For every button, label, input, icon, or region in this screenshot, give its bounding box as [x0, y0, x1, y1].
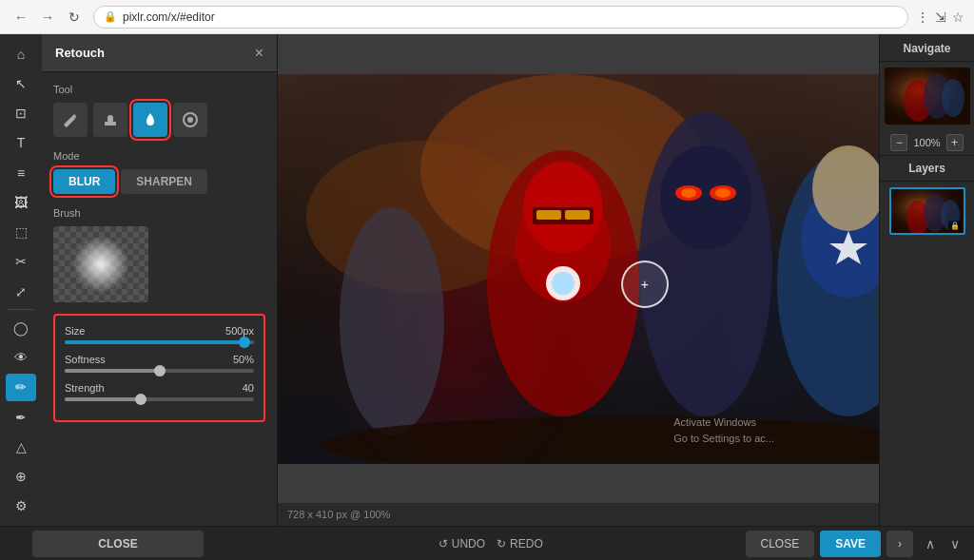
nav-down-btn[interactable]: ∨ [944, 531, 966, 557]
canvas-status-text: 728 x 410 px @ 100% [287, 509, 390, 520]
size-label: Size [65, 325, 85, 337]
canvas-image[interactable]: + [278, 74, 879, 464]
url-text: pixlr.com/x/#editor [123, 10, 215, 24]
softness-slider-row: Softness 50% [65, 354, 254, 373]
sharpen-mode-btn[interactable]: SHARPEN [121, 169, 207, 194]
tool-cut[interactable]: ✂ [6, 248, 36, 276]
tool-eye[interactable]: 👁 [6, 343, 36, 371]
tool-globe[interactable]: ⊕ [6, 462, 36, 490]
right-panel: Navigate − 100% + Layers [879, 34, 974, 526]
layer-thumbnail[interactable]: 🔒 [889, 187, 965, 235]
size-thumb[interactable] [239, 337, 250, 348]
redo-icon: ↻ [497, 537, 506, 550]
undo-btn[interactable]: ↺ UNDO [438, 537, 485, 550]
tool-settings[interactable]: ⚙ [6, 492, 36, 520]
softness-thumb[interactable] [154, 365, 166, 377]
browser-menu-btn[interactable]: ⋮ [916, 10, 929, 25]
close-panel-btn[interactable]: CLOSE [32, 531, 204, 557]
bottom-center: ↺ UNDO ↻ REDO [236, 537, 746, 550]
tool-arrow[interactable]: ↖ [6, 69, 36, 97]
browser-star-btn[interactable]: ☆ [952, 10, 964, 25]
navigate-preview-svg [885, 68, 970, 125]
strength-label: Strength [65, 382, 105, 394]
blur-mode-btn[interactable]: BLUR [53, 169, 115, 194]
tool-image[interactable]: 🖼 [6, 188, 36, 216]
tool-circle[interactable]: ◯ [6, 314, 36, 341]
nav-up-btn[interactable]: ∧ [919, 531, 942, 557]
svg-rect-1 [107, 115, 113, 123]
navigate-title: Navigate [880, 34, 974, 62]
forward-button[interactable]: → [36, 6, 59, 29]
blur-cursor: + [621, 261, 669, 308]
softness-fill [65, 369, 160, 373]
strength-thumb[interactable] [135, 394, 146, 405]
panel-content: Tool [42, 72, 277, 526]
panel-close-button[interactable]: × [255, 45, 263, 62]
browser-ext-btn[interactable]: ⇲ [935, 10, 946, 25]
undo-icon: ↺ [438, 537, 448, 550]
tool-home[interactable]: ⌂ [6, 40, 36, 68]
svg-point-17 [660, 145, 751, 250]
nav-arrows: ∧ ∨ [919, 531, 966, 557]
size-value: 500px [225, 325, 254, 337]
size-label-row: Size 500px [65, 325, 254, 337]
browser-actions: ⋮ ⇲ ☆ [916, 10, 964, 25]
svg-point-26 [340, 207, 444, 435]
sliders-section: Size 500px Softness 50% [53, 314, 265, 422]
strength-value: 40 [243, 382, 254, 394]
bottom-left: CLOSE [0, 531, 236, 557]
canvas-area: + Activate Windows Go to Settings to ac.… [278, 34, 879, 526]
tool-pen[interactable]: ✒ [6, 403, 36, 431]
tool-crop[interactable]: ⊡ [6, 100, 36, 127]
retouch-panel: Retouch × Tool [42, 34, 278, 526]
svg-rect-15 [565, 210, 590, 220]
svg-point-20 [681, 188, 696, 198]
address-bar[interactable]: 🔒 pixlr.com/x/#editor [93, 6, 908, 29]
tool-retouch[interactable]: ✏ [6, 374, 36, 401]
refresh-button[interactable]: ↻ [63, 6, 86, 29]
svg-point-3 [187, 117, 193, 123]
zoom-value: 100% [913, 137, 940, 148]
pencil-tool-btn[interactable] [53, 103, 88, 137]
tool-transform[interactable]: ⤢ [6, 278, 36, 305]
left-toolbar: ⌂ ↖ ⊡ T ≡ 🖼 ⬚ ✂ ⤢ ◯ 👁 ✏ ✒ △ ⊕ ⚙ [0, 34, 42, 526]
softness-label-row: Softness 50% [65, 354, 254, 365]
dodge-tool-btn[interactable] [173, 103, 207, 137]
softness-slider-track[interactable] [65, 369, 254, 373]
zoom-minus-btn[interactable]: − [890, 134, 907, 151]
brush-section-label: Brush [53, 207, 265, 219]
softness-value: 50% [233, 354, 254, 365]
tool-text[interactable]: T [6, 129, 36, 157]
stamp-tool-btn[interactable] [93, 103, 127, 137]
tool-brush[interactable]: ≡ [6, 159, 36, 186]
cursor-cross: + [641, 277, 649, 292]
svg-point-21 [715, 188, 730, 198]
tool-icons-row [53, 103, 265, 137]
redo-btn[interactable]: ↻ REDO [497, 537, 543, 550]
mode-row: BLUR SHARPEN [53, 169, 265, 194]
back-button[interactable]: ← [10, 6, 32, 29]
nav-buttons: ← → ↻ [10, 6, 86, 29]
blur-tool-btn[interactable] [133, 103, 167, 137]
zoom-plus-btn[interactable]: + [946, 134, 964, 151]
save-btn[interactable]: SAVE [820, 531, 881, 557]
brush-spot [72, 236, 129, 293]
tool-triangle[interactable]: △ [6, 433, 36, 460]
tool-select[interactable]: ⬚ [6, 219, 36, 246]
navigate-preview[interactable] [885, 68, 970, 125]
strength-slider-track[interactable] [65, 397, 254, 401]
panel-title: Retouch [55, 46, 105, 60]
close-btn[interactable]: CLOSE [746, 531, 815, 557]
collapse-btn[interactable]: › [886, 531, 913, 557]
strength-slider-row: Strength 40 [65, 382, 254, 401]
size-fill [65, 340, 244, 344]
size-slider-row: Size 500px [65, 325, 254, 344]
canvas-status: 728 x 410 px @ 100% [278, 503, 879, 526]
tool-section-label: Tool [53, 84, 265, 95]
size-slider-track[interactable] [65, 340, 254, 344]
browser-chrome: ← → ↻ 🔒 pixlr.com/x/#editor ⋮ ⇲ ☆ [0, 0, 974, 34]
mode-section-label: Mode [53, 150, 265, 162]
svg-point-11 [552, 272, 575, 295]
bottom-bar: CLOSE ↺ UNDO ↻ REDO CLOSE SAVE › ∧ ∨ [0, 526, 974, 560]
panel-header: Retouch × [42, 34, 277, 72]
